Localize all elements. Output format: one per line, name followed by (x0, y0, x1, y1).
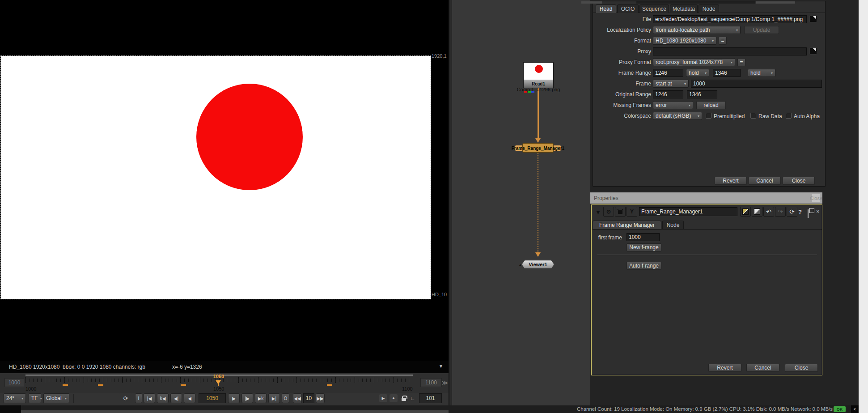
connector-read-to-framerange[interactable] (538, 88, 539, 138)
proxy-browser-icon[interactable] (809, 47, 817, 55)
raw-data-label: Raw Data (758, 113, 782, 119)
postage-stamp-icon[interactable] (615, 207, 626, 217)
timeline-range-start-field[interactable]: 1000 (4, 378, 24, 387)
format-dropdown[interactable]: HD_1080 1920x1080▾ (653, 37, 716, 45)
original-range-end-field[interactable]: 1346 (687, 90, 717, 98)
file-browser-icon[interactable] (809, 15, 817, 22)
node-name-field[interactable]: Frame_Range_Manager1 (639, 207, 737, 216)
proxy-format-equals-button[interactable]: = (737, 58, 745, 66)
tf-dropdown[interactable]: TF▾ (29, 393, 41, 403)
read-close-button[interactable]: Close (783, 177, 815, 185)
frm-close-button[interactable]: Close (785, 364, 818, 372)
previous-keyframe-button[interactable]: k◀ (157, 393, 169, 403)
loop-mode-button[interactable]: O (282, 393, 289, 403)
go-to-start-button[interactable]: |◀ (144, 393, 155, 403)
node-viewer1[interactable]: Viewer1 (522, 260, 554, 269)
fps-dropdown[interactable]: 24*▾ (4, 393, 26, 403)
premultiplied-checkbox[interactable] (706, 113, 711, 119)
read-cancel-button[interactable]: Cancel (749, 177, 781, 185)
next-keyframe-button[interactable]: ▶k (255, 393, 267, 403)
playback-loop-icon[interactable]: ⟳ (119, 393, 132, 403)
frame-range-end-field[interactable]: 1346 (713, 69, 741, 77)
float-window-icon[interactable] (808, 210, 809, 218)
gl-color-swatch[interactable] (752, 207, 762, 217)
undo-icon[interactable]: ↶ (763, 207, 774, 217)
properties-title: Properties (594, 195, 618, 201)
raw-data-checkbox[interactable] (750, 113, 756, 119)
tab-ocio[interactable]: OCIO (617, 4, 639, 13)
mark-in-button[interactable]: I (135, 393, 142, 403)
record-icon[interactable]: ● (390, 394, 398, 402)
timeline-expand-icon[interactable]: ≫ (442, 379, 448, 386)
node-graph-pane[interactable] (452, 0, 590, 405)
timeline-range-end-field[interactable]: 1100 (420, 378, 442, 387)
status-bar-strip (21, 410, 449, 413)
panel-collapse-icon[interactable]: ▼ (595, 209, 601, 216)
localization-policy-dropdown[interactable]: from auto-localize path▾ (653, 26, 741, 34)
center-node-icon[interactable]: ⊙ (603, 207, 614, 217)
frm-cancel-button[interactable]: Cancel (746, 364, 779, 372)
skip-forward-button[interactable]: ▶▶ (316, 393, 325, 403)
help-icon[interactable]: ? (798, 209, 802, 215)
node-color-swatch[interactable] (740, 207, 751, 217)
cached-frames-mark (98, 384, 103, 386)
channel-chip-green (528, 91, 531, 93)
read-revert-button[interactable]: Revert (715, 177, 747, 185)
auto-alpha-checkbox[interactable] (786, 113, 792, 119)
proxy-format-dropdown[interactable]: root.proxy_format 1024x778▾ (653, 58, 735, 66)
chevron-down-icon: ▾ (771, 71, 773, 75)
info-bar-dropdown-icon[interactable]: ▼ (439, 364, 443, 369)
frame-mode-dropdown[interactable]: start at▾ (653, 80, 689, 88)
auto-frange-button[interactable]: Auto f-range (627, 262, 661, 270)
revert-knobs-icon[interactable]: ⟳ (787, 207, 797, 217)
properties-close-button[interactable]: Close (812, 194, 820, 202)
properties-panel-titlebar[interactable]: Properties Close (590, 192, 822, 204)
viewer-buffer-field[interactable]: 101 (419, 393, 442, 403)
play-from-start-button[interactable]: |▶ (241, 393, 253, 403)
first-frame-field[interactable]: 1000 (627, 233, 660, 241)
format-equals-button[interactable]: = (719, 37, 727, 45)
go-to-end-button[interactable]: ▶| (268, 393, 280, 403)
pane-splitter[interactable] (449, 0, 452, 405)
range-mode-value: Global (46, 395, 62, 401)
viewer-image[interactable] (1, 56, 431, 299)
tab-frame-range-manager[interactable]: Frame Range Manager (593, 221, 661, 229)
reload-button[interactable]: reload (696, 101, 726, 109)
frame-increment-field[interactable]: 10 (303, 393, 314, 403)
wrench-icon[interactable]: Y (627, 207, 637, 217)
tab-read[interactable]: Read (596, 4, 616, 13)
new-frange-button[interactable]: New f-range (627, 243, 661, 251)
current-frame-field[interactable]: 1050 (199, 393, 226, 403)
tab-frm-node[interactable]: Node (662, 221, 684, 229)
frame-range-end-mode-dropdown[interactable]: hold▾ (748, 69, 775, 77)
proxy-field[interactable] (653, 47, 807, 55)
read-node-thumbnail (524, 63, 553, 80)
redo-icon[interactable]: ↷ (775, 207, 786, 217)
frame-range-start-field[interactable]: 1246 (653, 69, 683, 77)
node-read1[interactable]: Read1 (523, 62, 554, 88)
frame-range-start-mode-dropdown[interactable]: hold▾ (686, 69, 709, 77)
panel-close-icon[interactable]: × (816, 208, 820, 215)
original-range-start-field[interactable]: 1246 (653, 90, 683, 98)
colorspace-dropdown[interactable]: default (sRGB)▾ (653, 112, 702, 120)
frame-graph-icon[interactable]: ∟ (409, 394, 417, 402)
tab-node[interactable]: Node (699, 4, 719, 13)
flipbook-play-icon[interactable]: ▶ (379, 394, 387, 402)
skip-back-button[interactable]: ◀◀ (293, 393, 302, 403)
frm-revert-button[interactable]: Revert (708, 364, 741, 372)
file-field[interactable]: ers/feder/Desktop/test_sequence/Comp 1/C… (653, 15, 807, 23)
missing-frames-dropdown[interactable]: error▾ (653, 101, 693, 109)
range-mode-dropdown[interactable]: Global▾ (43, 393, 69, 403)
status-collapse-chevron[interactable]: < (851, 405, 859, 413)
tab-sequence[interactable]: Sequence (639, 4, 669, 13)
play-backward-button[interactable]: ◀ (184, 393, 195, 403)
connector-framerange-to-viewer[interactable] (538, 153, 538, 252)
step-back-button[interactable]: ◀| (170, 393, 182, 403)
update-button[interactable]: Update (744, 26, 779, 34)
frame-value-field[interactable]: 1000 (691, 80, 822, 88)
clipped-header-buttons (756, 1, 795, 4)
tab-metadata[interactable]: Metadata (670, 4, 698, 13)
format-overlay-top-right: 1920,1 (432, 53, 447, 59)
lock-range-icon[interactable] (400, 394, 408, 402)
play-forward-button[interactable]: ▶ (228, 393, 240, 403)
